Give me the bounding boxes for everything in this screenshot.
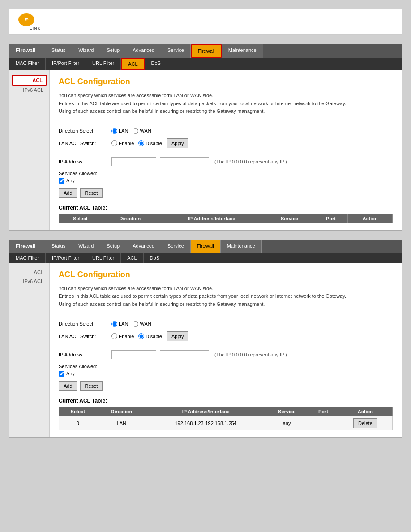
- acl-enable-1[interactable]: Enable: [111, 140, 134, 146]
- direction-lan-2[interactable]: LAN: [111, 321, 128, 327]
- nav-advanced-2[interactable]: Advanced: [126, 240, 161, 253]
- sub-mac-1[interactable]: MAC Filter: [9, 58, 46, 70]
- apply-button-1[interactable]: Apply: [167, 138, 189, 148]
- ip-row-2: IP Address: (The IP 0.0.0.0 represent an…: [59, 350, 393, 359]
- sidebar-ipv6-acl-2[interactable]: IPv6 ACL: [12, 277, 47, 286]
- sub-mac-2[interactable]: MAC Filter: [9, 253, 46, 263]
- any-checkbox-1[interactable]: [59, 178, 64, 184]
- ip-row-1: IP Address: (The IP 0.0.0.0 represent an…: [59, 157, 393, 166]
- th-ip-2: IP Address/Interface: [146, 407, 265, 416]
- services-section-2: Services Allowed: Any: [59, 364, 393, 377]
- ip-hint-1: (The IP 0.0.0.0 represent any IP.): [214, 159, 287, 164]
- sub-nav-2: MAC Filter IP/Port Filter URL Filter ACL…: [9, 253, 402, 263]
- add-button-2[interactable]: Add: [59, 381, 77, 391]
- nav-firewall-2[interactable]: Firewall: [191, 240, 221, 253]
- nav-wizard-2[interactable]: Wizard: [72, 240, 100, 253]
- description-1: You can specify which services are acces…: [59, 92, 393, 121]
- ip-hint-2: (The IP 0.0.0.0 represent any IP.): [214, 352, 287, 357]
- sub-dos-1[interactable]: DoS: [145, 58, 167, 70]
- current-table-label-1: Current ACL Table:: [59, 205, 393, 211]
- nav-status-2[interactable]: Status: [45, 240, 72, 253]
- nav-firewall-1[interactable]: Firewall: [191, 44, 222, 58]
- th-ip-1: IP Address/Interface: [158, 214, 265, 223]
- panel-1: Firewall Status Wizard Setup Advanced Se…: [9, 44, 402, 231]
- cell-select: 0: [59, 416, 97, 430]
- sidebar-ipv6-acl-1[interactable]: IPv6 ACL: [12, 86, 47, 94]
- wan-label-2: WAN: [140, 321, 151, 326]
- th-select-1: Select: [59, 214, 102, 223]
- lan-acl-label-1: LAN ACL Switch:: [59, 141, 108, 146]
- ip-input-1a[interactable]: [111, 157, 156, 166]
- sub-ip-1[interactable]: IP/Port Filter: [46, 58, 86, 70]
- nav-setup-1[interactable]: Setup: [100, 44, 126, 58]
- sub-acl-2[interactable]: ACL: [121, 253, 143, 263]
- th-port-2: Port: [308, 407, 338, 416]
- any-label-2: Any: [66, 371, 75, 376]
- page-title-2: ACL Configuration: [59, 270, 393, 279]
- th-action-1: Action: [348, 214, 393, 223]
- delete-button[interactable]: Delete: [353, 418, 377, 428]
- direction-wan-1[interactable]: WAN: [133, 128, 151, 134]
- wan-label-1: WAN: [140, 128, 151, 133]
- th-select-2: Select: [59, 407, 97, 416]
- enable-label-2: Enable: [119, 334, 134, 339]
- top-nav-2: Firewall Status Wizard Setup Advanced Se…: [9, 240, 402, 253]
- any-checkbox-2[interactable]: [59, 371, 64, 377]
- disable-label-2: Disable: [146, 334, 162, 339]
- acl-disable-2[interactable]: Disable: [138, 333, 162, 339]
- description-2: You can specify which services are acces…: [59, 285, 393, 314]
- enable-label-1: Enable: [119, 141, 134, 146]
- th-action-2: Action: [338, 407, 392, 416]
- any-label-1: Any: [66, 178, 75, 183]
- services-label-1: Services Allowed:: [59, 171, 393, 176]
- nav-status-1[interactable]: Status: [45, 44, 72, 58]
- nav-service-2[interactable]: Service: [161, 240, 191, 253]
- nav-setup-2[interactable]: Setup: [100, 240, 126, 253]
- acl-disable-1[interactable]: Disable: [138, 140, 162, 146]
- sub-acl-1[interactable]: ACL: [121, 58, 145, 70]
- direction-wan-2[interactable]: WAN: [133, 321, 151, 327]
- acl-enable-2[interactable]: Enable: [111, 333, 134, 339]
- ip-label-2: IP Address:: [59, 352, 108, 357]
- nav-wizard-1[interactable]: Wizard: [72, 44, 100, 58]
- cell-action: Delete: [338, 416, 392, 430]
- nav-advanced-1[interactable]: Advanced: [126, 44, 161, 58]
- button-row-1: Add Reset: [59, 188, 393, 198]
- nav-maintenance-2[interactable]: Maintenance: [221, 240, 262, 253]
- services-section-1: Services Allowed: Any: [59, 171, 393, 184]
- acl-table-1: Select Direction IP Address/Interface Se…: [59, 214, 393, 223]
- lan-label-2: LAN: [119, 321, 128, 326]
- reset-button-1[interactable]: Reset: [80, 188, 103, 198]
- nav-maintenance-1[interactable]: Maintenance: [222, 44, 263, 58]
- ip-input-1b[interactable]: [160, 157, 209, 166]
- sub-ip-2[interactable]: IP/Port Filter: [46, 253, 86, 263]
- sub-dos-2[interactable]: DoS: [144, 253, 166, 263]
- nav-service-1[interactable]: Service: [161, 44, 191, 58]
- sidebar-acl-1[interactable]: ACL: [12, 75, 47, 86]
- logo: IP LINK: [18, 13, 41, 31]
- ip-label-1: IP Address:: [59, 159, 108, 164]
- sub-url-2[interactable]: URL Filter: [86, 253, 121, 263]
- button-row-2: Add Reset: [59, 381, 393, 391]
- lan-acl-row-1: LAN ACL Switch: Enable Disable Apply: [59, 138, 393, 148]
- ip-input-2b[interactable]: [160, 350, 209, 359]
- direction-label-1: Direction Select:: [59, 128, 108, 133]
- cell-direction: LAN: [97, 416, 146, 430]
- sub-url-1[interactable]: URL Filter: [86, 58, 121, 70]
- cell-port: --: [308, 416, 338, 430]
- apply-button-2[interactable]: Apply: [167, 331, 189, 341]
- ip-input-2a[interactable]: [111, 350, 156, 359]
- direction-lan-1[interactable]: LAN: [111, 128, 128, 134]
- sidebar-2: ACL IPv6 ACL: [9, 263, 50, 437]
- lan-acl-label-2: LAN ACL Switch:: [59, 334, 108, 339]
- reset-button-2[interactable]: Reset: [80, 381, 103, 391]
- cell-ip: 192.168.1.23-192.168.1.254: [146, 416, 265, 430]
- any-checkbox-row-1: Any: [59, 178, 393, 184]
- services-label-2: Services Allowed:: [59, 364, 393, 369]
- page-title-1: ACL Configuration: [59, 77, 393, 86]
- table-row: 0 LAN 192.168.1.23-192.168.1.254 any -- …: [59, 416, 393, 430]
- sidebar-acl-2[interactable]: ACL: [12, 268, 47, 277]
- direction-label-2: Direction Select:: [59, 321, 108, 326]
- disable-label-1: Disable: [146, 141, 162, 146]
- add-button-1[interactable]: Add: [59, 188, 77, 198]
